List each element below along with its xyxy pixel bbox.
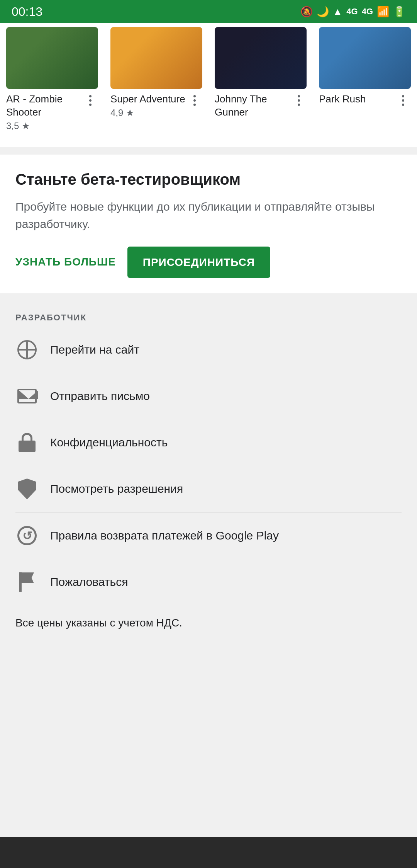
app-thumbnail-zombie	[6, 27, 98, 89]
status-time: 00:13	[12, 5, 42, 19]
flag-icon-shape	[19, 572, 35, 592]
signal-4g-icon: 4G	[346, 7, 358, 17]
app-info-row-zombie: AR - Zombie Shooter 3,5 ★	[6, 93, 98, 131]
app-item-park[interactable]: Park Rush	[313, 23, 417, 135]
app-text-johnny: Johnny The Gunner	[215, 93, 291, 121]
section-gap-1	[0, 147, 417, 155]
app-thumbnail-johnny	[215, 27, 307, 89]
dev-list: Перейти на сайт Отправить письмо Конфиде…	[0, 327, 417, 605]
app-thumbnail-park	[319, 27, 411, 89]
dev-item-label-report: Пожаловаться	[50, 575, 128, 589]
app-menu-johnny[interactable]	[291, 93, 307, 108]
globe-icon-shape	[17, 340, 37, 359]
dev-item-report[interactable]: Пожаловаться	[0, 559, 417, 605]
lock-icon	[15, 431, 39, 454]
dot	[193, 99, 196, 102]
join-button[interactable]: ПРИСОЕДИНИТЬСЯ	[127, 247, 270, 278]
app-item-zombie[interactable]: AR - Zombie Shooter 3,5 ★	[0, 23, 104, 135]
footer-section: Все цены указаны с учетом НДС.	[0, 605, 417, 652]
apps-row: AR - Zombie Shooter 3,5 ★ Super Adventur…	[0, 23, 417, 135]
app-item-super[interactable]: Super Adventure 4,9 ★	[104, 23, 208, 135]
app-name-super: Super Adventure	[110, 93, 187, 106]
dot	[89, 104, 92, 106]
globe-icon	[15, 338, 39, 361]
dev-item-label-privacy: Конфиденциальность	[50, 436, 168, 449]
dev-item-label-permissions: Посмотреть разрешения	[50, 482, 183, 495]
app-item-johnny[interactable]: Johnny The Gunner	[208, 23, 313, 135]
dot	[402, 95, 404, 97]
lock-body	[19, 441, 36, 452]
footer-text: Все цены указаны с учетом НДС.	[15, 617, 182, 629]
app-text-park: Park Rush	[319, 93, 395, 107]
dot	[89, 99, 92, 102]
dev-item-email[interactable]: Отправить письмо	[0, 373, 417, 419]
bottom-nav-bar	[0, 837, 417, 868]
dot	[298, 99, 300, 102]
status-bar: 00:13 🔕 🌙 ▲ 4G 4G 📶 🔋	[0, 0, 417, 23]
lock-top	[22, 433, 32, 441]
dot	[193, 104, 196, 106]
app-info-row-super: Super Adventure 4,9 ★	[110, 93, 202, 118]
flag-icon	[15, 570, 39, 594]
section-gap-2	[0, 293, 417, 301]
developer-label: РАЗРАБОТЧИК	[15, 313, 402, 323]
app-text-super: Super Adventure 4,9 ★	[110, 93, 187, 118]
mute-icon: 🔕	[300, 6, 313, 18]
dot	[193, 95, 196, 97]
app-info-row-park: Park Rush	[319, 93, 411, 108]
dev-item-refund[interactable]: Правила возврата платежей в Google Play	[0, 512, 417, 559]
apps-scroll-section: AR - Zombie Shooter 3,5 ★ Super Adventur…	[0, 23, 417, 147]
dot	[298, 95, 300, 97]
beta-title: Станьте бета-тестировщиком	[15, 170, 402, 189]
dot	[402, 99, 404, 102]
shield-icon-shape	[18, 478, 36, 499]
app-name-park: Park Rush	[319, 93, 395, 106]
app-menu-zombie[interactable]	[83, 93, 98, 108]
learn-more-button[interactable]: УЗНАТЬ БОЛЬШЕ	[15, 252, 116, 272]
beta-actions: УЗНАТЬ БОЛЬШЕ ПРИСОЕДИНИТЬСЯ	[15, 247, 402, 278]
app-menu-park[interactable]	[395, 93, 411, 108]
app-rating-zombie: 3,5 ★	[6, 121, 83, 131]
dev-item-permissions[interactable]: Посмотреть разрешения	[0, 466, 417, 512]
lock-icon-shape	[19, 433, 36, 452]
moon-icon: 🌙	[317, 6, 329, 18]
app-thumbnail-super	[110, 27, 202, 89]
mail-icon-shape	[17, 389, 37, 403]
dev-item-website[interactable]: Перейти на сайт	[0, 327, 417, 373]
dot	[402, 104, 404, 106]
beta-desc: Пробуйте новые функции до их публикации …	[15, 198, 402, 233]
app-text-zombie: AR - Zombie Shooter 3,5 ★	[6, 93, 83, 131]
battery-icon: 🔋	[393, 6, 405, 18]
dev-item-label-refund: Правила возврата платежей в Google Play	[50, 529, 279, 542]
status-icons: 🔕 🌙 ▲ 4G 4G 📶 🔋	[300, 6, 405, 18]
developer-section: РАЗРАБОТЧИК	[0, 301, 417, 323]
refund-icon-shape	[17, 526, 37, 545]
app-info-row-johnny: Johnny The Gunner	[215, 93, 307, 121]
app-name-zombie: AR - Zombie Shooter	[6, 93, 83, 119]
mail-icon	[15, 385, 39, 408]
bluetooth-icon: ▲	[333, 6, 343, 18]
shield-icon	[15, 477, 39, 500]
app-name-johnny: Johnny The Gunner	[215, 93, 291, 119]
signal-bars-icon: 📶	[377, 6, 389, 18]
beta-card: Станьте бета-тестировщиком Пробуйте новы…	[0, 155, 417, 294]
app-rating-super: 4,9 ★	[110, 107, 187, 118]
refund-icon	[15, 524, 39, 547]
signal-4g2-icon: 4G	[362, 7, 373, 17]
dot	[89, 95, 92, 97]
dev-item-label-email: Отправить письмо	[50, 390, 150, 403]
app-menu-super[interactable]	[187, 93, 202, 108]
dev-item-privacy[interactable]: Конфиденциальность	[0, 419, 417, 466]
dot	[298, 104, 300, 106]
dev-item-label-website: Перейти на сайт	[50, 343, 139, 356]
